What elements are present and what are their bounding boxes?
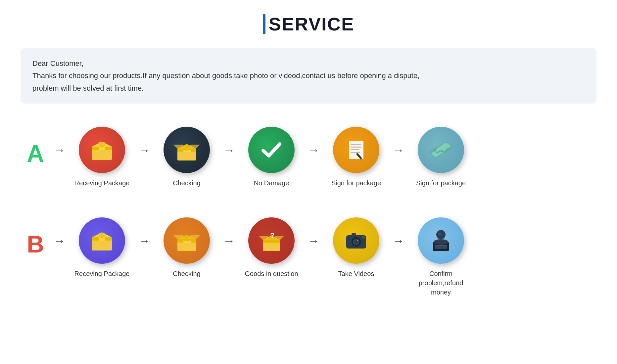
flow-item-a1: Receving Package (69, 127, 135, 188)
flow-item-a3: No Damage (238, 127, 305, 188)
svg-rect-13 (351, 144, 361, 145)
open-box-icon-b2 (173, 227, 200, 254)
circle-b2 (164, 217, 210, 264)
arrow-a4: → (389, 127, 408, 157)
handshake-icon-a5 (428, 137, 454, 163)
circle-b5 (418, 217, 464, 264)
circle-b1 (79, 217, 125, 264)
arrow-b4: → (389, 217, 408, 248)
svg-rect-24 (101, 237, 103, 238)
svg-point-41 (357, 240, 358, 241)
letter-a: A (21, 127, 50, 167)
flow-item-a5: Sign for package (408, 127, 474, 188)
page-title: SERVICE (269, 13, 355, 35)
open-box-icon-a2 (173, 137, 200, 163)
box-icon-a1 (89, 137, 115, 163)
flow-row-b: B → Receving Package → (21, 211, 596, 303)
svg-point-47 (438, 233, 441, 235)
circle-a1 (79, 127, 125, 173)
circle-a5 (418, 127, 464, 173)
sign-icon-a4 (343, 137, 369, 163)
arrow-b2: → (220, 217, 238, 248)
notice-line2: Thanks for choosing our products.If any … (32, 69, 585, 82)
flow-item-a4: Sign for package (323, 127, 389, 188)
label-a2: Checking (173, 178, 200, 188)
label-a1: Receving Package (74, 178, 130, 188)
flow-item-a2: Checking (154, 127, 220, 188)
arrow-b1: → (135, 217, 154, 248)
notice-box: Dear Customer, Thanks for choosing our p… (21, 48, 596, 104)
label-a5: Sign for package (416, 178, 466, 188)
svg-rect-23 (99, 233, 105, 237)
flow-item-b3: ? Goods in question (238, 217, 305, 278)
label-a4: Sign for package (331, 178, 381, 188)
arrow-a0: → (50, 127, 69, 157)
svg-point-43 (362, 236, 365, 239)
arrow-b0: → (50, 217, 69, 248)
label-b4: Take Videos (338, 269, 374, 278)
flow-item-b4: Take Videos (323, 217, 389, 278)
circle-a2 (164, 127, 210, 173)
arrow-a3: → (305, 127, 323, 157)
label-b3: Goods in question (245, 269, 298, 278)
person-icon-b5 (428, 227, 454, 254)
svg-rect-42 (352, 233, 356, 236)
circle-a3 (248, 127, 295, 173)
circle-a4 (333, 127, 379, 173)
svg-rect-14 (351, 147, 361, 148)
flow-item-b1: Receving Package (69, 217, 135, 278)
flow-item-b2: Checking (154, 217, 220, 278)
svg-rect-49 (435, 245, 447, 246)
label-a3: No Damage (254, 178, 289, 188)
notice-line1: Dear Customer, (32, 57, 585, 69)
arrow-a1: → (135, 127, 154, 157)
letter-b: B (21, 217, 50, 258)
label-b5: Confirm problem,refund money (408, 269, 474, 297)
flow-row-a: A → Receving Package → (21, 120, 596, 194)
svg-rect-2 (99, 147, 105, 150)
svg-point-44 (436, 230, 446, 239)
circle-b4 (333, 217, 379, 264)
circle-b3: ? (248, 217, 295, 264)
page-header: SERVICE (263, 13, 355, 35)
svg-text:?: ? (270, 231, 274, 240)
label-b2: Checking (173, 269, 200, 278)
notice-line3: problem will be solved at first time. (32, 82, 585, 94)
camera-icon-b4 (343, 227, 369, 254)
title-accent-bar (263, 14, 265, 34)
arrow-a2: → (220, 127, 238, 157)
label-b1: Receving Package (74, 269, 130, 278)
arrow-b3: → (305, 217, 323, 248)
svg-rect-16 (351, 152, 360, 153)
question-box-icon-b3: ? (258, 227, 285, 254)
flow-item-b5: Confirm problem,refund money (408, 217, 474, 297)
checkmark-icon-a3 (258, 137, 285, 163)
svg-rect-21 (99, 237, 105, 241)
svg-rect-15 (351, 149, 359, 150)
svg-rect-4 (99, 142, 105, 147)
svg-rect-5 (101, 146, 103, 147)
box-icon-b1 (89, 227, 115, 254)
svg-point-46 (434, 239, 448, 245)
